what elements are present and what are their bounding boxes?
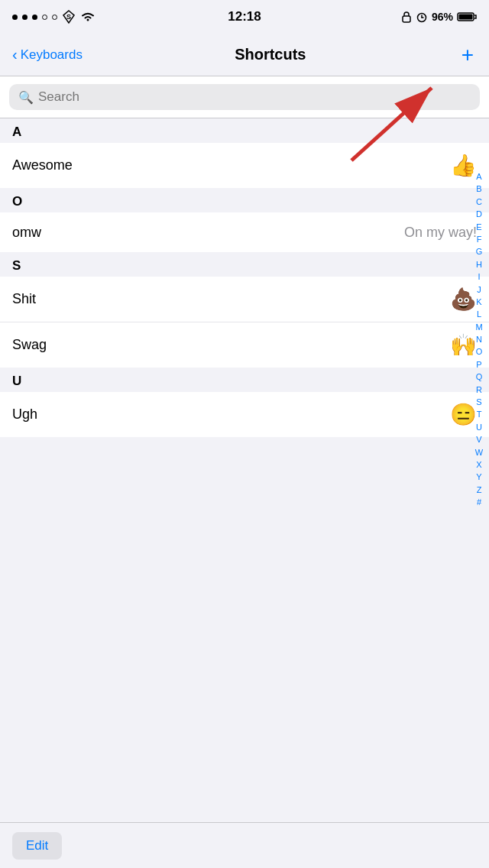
alphabet-index: ABCDEFGHIJKLMNOPQRSTUVWXYZ# bbox=[469, 168, 489, 512]
edit-button[interactable]: Edit bbox=[12, 832, 62, 860]
alpha-w[interactable]: W bbox=[472, 447, 486, 458]
alpha-g[interactable]: G bbox=[472, 246, 486, 257]
list-section-s: Shit💩Swag🙌 bbox=[0, 277, 489, 368]
list-item-phrase: Shit bbox=[12, 291, 36, 307]
search-input-wrapper[interactable]: 🔍 bbox=[9, 84, 480, 110]
alpha-q[interactable]: Q bbox=[472, 371, 486, 383]
page-title: Shortcuts bbox=[235, 46, 306, 63]
list-item-phrase: Ugh bbox=[12, 406, 37, 423]
alpha-s[interactable]: S bbox=[472, 397, 486, 408]
superman-icon: S bbox=[62, 9, 76, 24]
svg-text:S: S bbox=[66, 13, 71, 21]
search-input[interactable] bbox=[38, 89, 471, 105]
search-icon: 🔍 bbox=[18, 90, 34, 105]
list-section-o: omwOn my way! bbox=[0, 212, 489, 252]
signal-dot-2 bbox=[22, 15, 28, 20]
bottom-toolbar: Edit bbox=[0, 822, 489, 868]
back-label: Keyboards bbox=[21, 47, 83, 63]
wifi-icon bbox=[80, 11, 96, 23]
status-right: 96% bbox=[401, 11, 477, 23]
alpha-o[interactable]: O bbox=[472, 346, 486, 358]
alpha-x[interactable]: X bbox=[472, 459, 486, 471]
signal-dot-5 bbox=[52, 15, 57, 20]
alpha-j[interactable]: J bbox=[472, 284, 486, 296]
list-item-phrase: Swag bbox=[12, 337, 47, 353]
svg-rect-2 bbox=[403, 16, 410, 22]
alpha-l[interactable]: L bbox=[472, 309, 486, 320]
keyboards-back-button[interactable]: ‹ Keyboards bbox=[12, 46, 83, 63]
alpha-d[interactable]: D bbox=[472, 209, 486, 220]
list-item[interactable]: Swag🙌 bbox=[0, 322, 489, 368]
section-header-o: O bbox=[0, 188, 489, 212]
svg-rect-7 bbox=[459, 15, 473, 20]
alpha-n[interactable]: N bbox=[472, 334, 486, 345]
alpha-v[interactable]: V bbox=[472, 434, 486, 445]
lock-icon bbox=[401, 11, 412, 23]
alpha-r[interactable]: R bbox=[472, 384, 486, 396]
alpha-p[interactable]: P bbox=[472, 359, 486, 371]
add-shortcut-button[interactable]: + bbox=[458, 44, 477, 66]
alpha-t[interactable]: T bbox=[472, 409, 486, 420]
list-item-phrase: Awesome bbox=[12, 157, 73, 173]
battery-percent: 96% bbox=[432, 11, 453, 23]
list-item[interactable]: Shit💩 bbox=[0, 277, 489, 322]
alpha-z[interactable]: Z bbox=[472, 484, 486, 496]
section-header-u: U bbox=[0, 368, 489, 392]
list-item[interactable]: Ugh😑 bbox=[0, 392, 489, 437]
section-header-s: S bbox=[0, 252, 489, 277]
list-section-u: Ugh😑 bbox=[0, 392, 489, 437]
signal-dot-3 bbox=[32, 15, 37, 20]
signal-dot-1 bbox=[12, 15, 18, 20]
battery-icon bbox=[457, 11, 477, 22]
status-bar: S 12:18 96% bbox=[0, 0, 489, 34]
alpha-y[interactable]: Y bbox=[472, 471, 486, 483]
alpha-f[interactable]: F bbox=[472, 234, 486, 245]
list-content: AAwesome👍OomwOn my way!SShit💩Swag🙌UUgh😑 bbox=[0, 118, 489, 437]
alpha-c[interactable]: C bbox=[472, 196, 486, 208]
alpha-h[interactable]: H bbox=[472, 259, 486, 270]
alpha-b[interactable]: B bbox=[472, 183, 486, 195]
search-bar-container: 🔍 bbox=[0, 76, 489, 118]
alpha-#[interactable]: # bbox=[472, 497, 486, 508]
back-chevron-icon: ‹ bbox=[12, 46, 18, 63]
signal-dot-4 bbox=[42, 15, 47, 20]
alarm-icon bbox=[416, 11, 428, 23]
signal-icons: S bbox=[12, 9, 96, 24]
alpha-a[interactable]: A bbox=[472, 171, 486, 183]
nav-bar: ‹ Keyboards Shortcuts + bbox=[0, 34, 489, 76]
list-item[interactable]: omwOn my way! bbox=[0, 212, 489, 252]
list-section-a: Awesome👍 bbox=[0, 143, 489, 188]
alpha-e[interactable]: E bbox=[472, 222, 486, 233]
alpha-i[interactable]: I bbox=[472, 271, 486, 283]
alpha-u[interactable]: U bbox=[472, 422, 486, 433]
list-item-phrase: omw bbox=[12, 225, 41, 241]
alpha-m[interactable]: M bbox=[472, 322, 486, 333]
alpha-k[interactable]: K bbox=[472, 296, 486, 308]
status-time: 12:18 bbox=[228, 9, 261, 24]
list-item-shortcut: On my way! bbox=[404, 225, 477, 241]
list-item[interactable]: Awesome👍 bbox=[0, 143, 489, 188]
section-header-a: A bbox=[0, 118, 489, 143]
